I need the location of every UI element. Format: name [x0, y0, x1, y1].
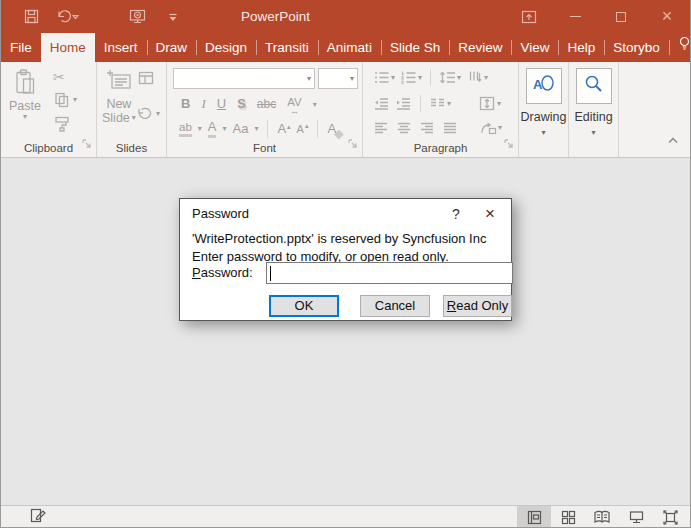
copy-button[interactable]: ▾ — [53, 91, 77, 108]
grow-font-button[interactable]: A▴ — [277, 122, 290, 136]
editing-caret[interactable]: ▾ — [569, 128, 618, 137]
align-text-button[interactable]: ▾ — [478, 95, 501, 112]
tab-design[interactable]: Design — [196, 33, 256, 62]
paste-button[interactable]: Paste ▾ — [9, 68, 41, 121]
bullets-button[interactable]: ▾ — [373, 69, 395, 86]
title-bar: PowerPoint × — [1, 0, 690, 33]
tab-help[interactable]: Help — [558, 33, 604, 62]
drawing-button[interactable]: A — [526, 68, 562, 104]
password-input[interactable] — [267, 263, 512, 283]
change-case-button[interactable]: Aa — [233, 122, 249, 136]
fit-slide-to-window-button[interactable] — [653, 506, 687, 528]
password-row: Password: — [192, 265, 511, 280]
undo-icon[interactable] — [54, 8, 80, 25]
notes-icon[interactable] — [29, 507, 48, 528]
highlight-caret: ▾ — [198, 125, 202, 133]
collapse-ribbon-icon[interactable] — [666, 131, 680, 149]
powerpoint-window: PowerPoint × File Home Insert Draw Desig… — [0, 0, 691, 528]
highlight-button[interactable]: ab — [179, 121, 192, 138]
format-painter-icon[interactable] — [53, 115, 77, 136]
window-controls: × — [506, 0, 690, 33]
ribbon-display-options-icon[interactable] — [506, 0, 552, 33]
dialog-title: Password — [192, 206, 439, 221]
group-font: ▾ ▾ B I U S abc AV↔ ▾ ab ▾ A ▾ Aa ▾ A▴ — [167, 62, 363, 157]
tab-slide-show[interactable]: Slide Sh — [381, 33, 449, 62]
line-spacing-button[interactable]: ▾ — [439, 69, 461, 86]
dialog-close-button[interactable]: × — [473, 199, 507, 228]
tab-file[interactable]: File — [1, 33, 41, 62]
minimize-button[interactable] — [552, 0, 598, 33]
align-left-icon[interactable] — [373, 121, 389, 135]
clipboard-dialog-launcher-icon[interactable] — [82, 135, 92, 153]
convert-smartart-button[interactable]: ▾ — [479, 120, 502, 136]
tab-review[interactable]: Review — [449, 33, 511, 62]
slide-sorter-view-button[interactable] — [551, 506, 585, 528]
customize-quick-access-icon[interactable] — [167, 10, 179, 24]
columns-button[interactable]: ▾ — [429, 96, 451, 111]
dialog-help-button[interactable]: ? — [439, 199, 473, 228]
tab-animations[interactable]: Animati — [318, 33, 381, 62]
cancel-button[interactable]: Cancel — [360, 295, 430, 317]
save-icon[interactable] — [23, 8, 40, 25]
copy-caret: ▾ — [73, 96, 77, 104]
change-case-caret: ▾ — [254, 125, 258, 133]
italic-button[interactable]: I — [201, 97, 205, 111]
font-name-combobox[interactable]: ▾ — [173, 68, 315, 89]
underline-button[interactable]: U — [217, 97, 226, 111]
dialog-message-line1: 'WriteProtection.pptx' is reserved by Sy… — [192, 230, 499, 248]
tab-home[interactable]: Home — [41, 33, 95, 62]
justify-icon[interactable] — [442, 121, 458, 135]
app-title: PowerPoint — [241, 0, 310, 33]
close-button[interactable]: × — [644, 0, 690, 33]
slide-layout-icon[interactable] — [137, 70, 160, 90]
font-group-label: Font — [167, 142, 362, 154]
align-right-icon[interactable] — [419, 121, 435, 135]
read-only-button[interactable]: Read Only — [443, 295, 512, 317]
cut-icon[interactable]: ✂ — [53, 70, 77, 84]
slide-show-view-button[interactable] — [619, 506, 653, 528]
increase-indent-icon[interactable] — [395, 96, 412, 111]
dialog-body: 'WriteProtection.pptx' is reserved by Sy… — [180, 228, 511, 266]
paste-caret: ▾ — [23, 113, 27, 121]
new-slide-label-1: New — [106, 97, 131, 111]
tab-draw[interactable]: Draw — [147, 33, 197, 62]
reset-slide-button[interactable]: ▾ — [137, 106, 160, 122]
tab-insert[interactable]: Insert — [95, 33, 147, 62]
text-direction-button[interactable]: ▾ — [466, 69, 488, 86]
decrease-indent-icon[interactable] — [373, 96, 390, 111]
editing-button[interactable] — [576, 68, 612, 104]
document-canvas: Password ? × 'WriteProtection.pptx' is r… — [1, 158, 690, 505]
group-clipboard: Paste ▾ ✂ ▾ Clipboard — [1, 62, 97, 157]
text-shadow-button[interactable]: S — [237, 97, 246, 111]
font-color-button[interactable]: A — [208, 120, 217, 138]
new-slide-caret: ▾ — [132, 114, 136, 122]
paragraph-group-label: Paragraph — [363, 142, 518, 154]
shrink-font-button[interactable]: A▴ — [297, 123, 309, 135]
tab-view[interactable]: View — [511, 33, 558, 62]
character-spacing-button[interactable]: AV↔ — [287, 96, 302, 113]
normal-view-button[interactable] — [517, 506, 551, 528]
ribbon-spacer — [619, 62, 690, 157]
new-slide-button[interactable]: New Slide▾ — [102, 68, 136, 125]
group-editing: Editing ▾ — [569, 62, 619, 157]
paragraph-dialog-launcher-icon[interactable] — [504, 135, 514, 153]
font-size-caret: ▾ — [350, 75, 354, 83]
maximize-button[interactable] — [598, 0, 644, 33]
numbering-button[interactable]: ▾ — [400, 69, 422, 86]
bold-button[interactable]: B — [181, 97, 190, 111]
drawing-caret[interactable]: ▾ — [519, 128, 568, 137]
editing-label: Editing — [569, 110, 618, 124]
strikethrough-button[interactable]: abc — [257, 98, 276, 111]
clear-formatting-button[interactable]: A — [327, 122, 343, 136]
font-dialog-launcher-icon[interactable] — [348, 135, 358, 153]
start-slideshow-icon[interactable] — [128, 8, 147, 25]
reading-view-button[interactable] — [585, 506, 619, 528]
tab-transitions[interactable]: Transiti — [256, 33, 318, 62]
ok-button[interactable]: OK — [269, 295, 339, 317]
tab-tell-me[interactable]: Tell me — [669, 33, 691, 62]
align-center-icon[interactable] — [396, 121, 412, 135]
drawing-label: Drawing — [519, 110, 568, 124]
font-color-caret: ▾ — [222, 125, 226, 133]
font-size-combobox[interactable]: ▾ — [318, 68, 358, 89]
tab-storyboarding[interactable]: Storybo — [604, 33, 669, 62]
